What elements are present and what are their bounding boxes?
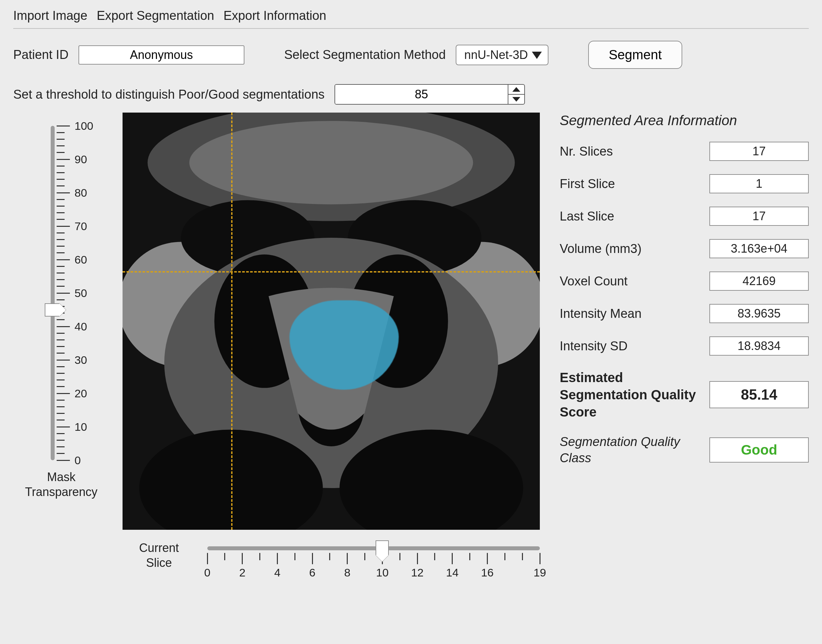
slider-tick-label: 30 xyxy=(75,354,87,366)
slider-tick xyxy=(57,192,70,193)
transparency-label: MaskTransparency xyxy=(25,469,98,499)
slider-tick-label: 19 xyxy=(534,566,546,579)
slider-tick xyxy=(57,393,70,394)
info-row-value: 3.163e+04 xyxy=(709,239,809,258)
slider-tick-label: 14 xyxy=(446,566,459,579)
slice-thumb[interactable] xyxy=(376,540,389,556)
slider-tick xyxy=(57,139,64,140)
slider-tick xyxy=(434,553,435,560)
slider-tick xyxy=(57,453,64,454)
seg-method-select[interactable]: nnU-Net-3D xyxy=(456,45,549,65)
menu-export-segmentation[interactable]: Export Segmentation xyxy=(97,9,214,23)
slider-tick xyxy=(347,553,348,564)
slider-tick-label: 50 xyxy=(75,287,87,300)
slider-tick xyxy=(57,333,64,334)
menubar: Import Image Export Segmentation Export … xyxy=(13,7,809,29)
slider-tick xyxy=(57,273,64,273)
transparency-slider[interactable]: 0102030405060708090100 xyxy=(41,126,81,460)
slider-tick xyxy=(242,553,243,564)
slider-tick-label: 4 xyxy=(274,566,281,579)
slider-tick-label: 8 xyxy=(344,566,350,579)
slider-tick xyxy=(57,279,64,280)
slider-tick-label: 80 xyxy=(75,186,87,199)
slider-tick xyxy=(57,179,64,180)
transparency-ticks: 0102030405060708090100 xyxy=(57,126,83,460)
slider-tick xyxy=(57,426,70,428)
seg-method-label: Select Segmentation Method xyxy=(284,48,446,62)
patient-id-label: Patient ID xyxy=(13,48,69,62)
menu-export-information[interactable]: Export Information xyxy=(224,9,326,23)
slider-tick xyxy=(57,366,64,367)
threshold-row: Set a threshold to distinguish Poor/Good… xyxy=(13,84,809,104)
slider-tick xyxy=(57,446,64,447)
info-row-label: Nr. Slices xyxy=(560,144,699,159)
slice-slider-row: CurrentSlice 024681012141619 xyxy=(123,540,540,583)
slider-tick xyxy=(57,166,64,167)
slider-tick-label: 0 xyxy=(75,454,81,467)
info-row: Intensity SD18.9834 xyxy=(560,336,809,356)
threshold-label: Set a threshold to distinguish Poor/Good… xyxy=(13,87,325,102)
slider-tick xyxy=(57,146,64,146)
slice-slider[interactable]: 024681012141619 xyxy=(207,540,540,583)
slider-tick xyxy=(364,553,365,560)
quality-class-row: Segmentation Quality Class Good xyxy=(560,434,809,466)
quality-score-value: 85.14 xyxy=(709,381,809,408)
slider-tick xyxy=(57,199,64,200)
slider-tick xyxy=(57,360,70,360)
threshold-spinner[interactable] xyxy=(334,84,525,104)
slider-tick-label: 6 xyxy=(309,566,316,579)
slider-tick xyxy=(57,319,64,320)
slider-tick xyxy=(540,553,540,564)
slider-tick-label: 10 xyxy=(376,566,388,579)
info-row-value: 17 xyxy=(709,207,809,226)
slider-tick xyxy=(57,413,64,414)
quality-score-row: Estimated Segmentation Quality Score 85.… xyxy=(560,369,809,420)
info-row-value: 17 xyxy=(709,142,809,161)
threshold-value[interactable] xyxy=(335,85,508,104)
slider-tick xyxy=(57,379,64,380)
slider-tick xyxy=(417,553,418,564)
chevron-down-icon xyxy=(532,48,542,62)
info-row-value: 83.9635 xyxy=(709,304,809,323)
slider-tick xyxy=(57,386,64,387)
info-row: Intensity Mean83.9635 xyxy=(560,304,809,323)
slider-tick xyxy=(57,152,64,153)
info-row: Voxel Count42169 xyxy=(560,271,809,291)
slider-tick xyxy=(57,440,64,441)
slider-tick xyxy=(57,353,64,354)
info-row-value: 42169 xyxy=(709,271,809,291)
slice-slider-label: CurrentSlice xyxy=(123,540,195,570)
slider-tick xyxy=(57,172,64,173)
threshold-step-up[interactable] xyxy=(508,85,524,95)
svg-marker-0 xyxy=(532,52,542,59)
slider-tick xyxy=(57,420,64,420)
transparency-thumb[interactable] xyxy=(45,303,60,317)
info-row: Nr. Slices17 xyxy=(560,142,809,161)
slice-viewer[interactable] xyxy=(123,113,540,530)
slider-tick xyxy=(57,373,64,374)
slider-tick xyxy=(57,286,64,287)
slider-tick xyxy=(57,246,64,247)
viewer-col: CurrentSlice 024681012141619 xyxy=(123,113,540,583)
slider-tick xyxy=(57,212,64,213)
quality-class-value: Good xyxy=(709,437,809,463)
top-controls: Patient ID Select Segmentation Method nn… xyxy=(13,41,809,69)
transparency-col: 0102030405060708090100 MaskTransparency xyxy=(13,113,109,583)
slice-ticks: 024681012141619 xyxy=(207,553,540,580)
slider-tick xyxy=(57,433,64,434)
slider-tick-label: 16 xyxy=(481,566,494,579)
menu-import-image[interactable]: Import Image xyxy=(13,9,87,23)
slider-tick xyxy=(277,553,278,564)
patient-id-field[interactable] xyxy=(78,45,244,64)
info-row-label: Intensity Mean xyxy=(560,307,699,321)
slider-tick-label: 12 xyxy=(411,566,423,579)
slider-tick xyxy=(452,553,453,564)
slider-tick-label: 2 xyxy=(239,566,245,579)
slider-tick xyxy=(57,205,64,207)
info-row-label: Voxel Count xyxy=(560,274,699,288)
slider-tick xyxy=(57,259,70,260)
slider-tick xyxy=(57,132,64,133)
threshold-step-down[interactable] xyxy=(508,95,524,104)
info-title: Segmented Area Information xyxy=(560,113,809,129)
segment-button[interactable]: Segment xyxy=(588,41,682,69)
